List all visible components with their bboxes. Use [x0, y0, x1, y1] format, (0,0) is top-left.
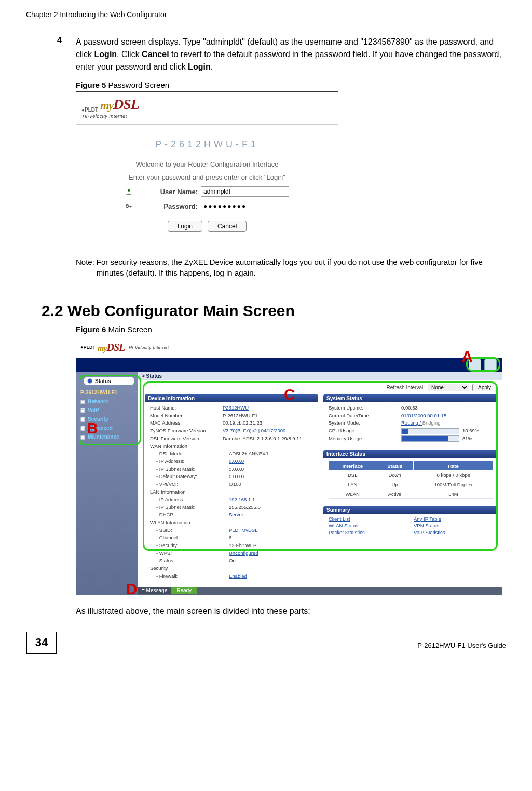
breadcrumb: > Status — [138, 372, 502, 380]
sidebar-item-security[interactable]: ▣Security — [76, 415, 138, 424]
step-text: A password screen displays. Type "adminp… — [76, 36, 506, 73]
device-info-row: - IP Address:0.0.0.0 — [150, 458, 315, 466]
summary-link[interactable]: WLAN Status — [329, 523, 408, 528]
device-info-value: 128-bit WEP — [229, 542, 315, 550]
summary-link[interactable]: Any IP Table — [414, 516, 494, 522]
system-status-row: CPU Usage:10.69% — [329, 427, 494, 435]
device-info-body: Host Name:P2612HWUModel Number:P-2612HWU… — [145, 402, 318, 583]
note-text: For security reasons, the ZyXEL Device a… — [97, 256, 506, 278]
device-info-value[interactable]: P2612HWU — [223, 404, 315, 412]
titlebar-icon-1[interactable] — [469, 359, 481, 371]
summary-link[interactable]: Packet Statistics — [329, 529, 408, 535]
device-info-value[interactable]: Server — [229, 511, 315, 519]
iface-cell: Down — [376, 470, 414, 480]
note-label: Note: — [76, 256, 94, 278]
cancel-button[interactable]: Cancel — [208, 221, 247, 232]
device-info-row: DSL Firmware Version:Danube_ADSL 2.1.3.6… — [150, 435, 315, 443]
iface-cell: 0 kbps / 0 kbps — [413, 470, 493, 480]
mydsl-my: my — [100, 99, 113, 112]
post-figure-text: As illustrated above, the main screen is… — [76, 607, 506, 616]
summary-body: Client ListAny IP TableWLAN StatusVPN St… — [323, 514, 497, 538]
iface-cell: 54M — [413, 489, 493, 498]
globe-icon — [87, 378, 93, 384]
device-info-value: Danube_ADSL 2.1.3.6.0.1 29/8 9:11 — [223, 435, 315, 443]
device-info-label: - WPS: — [150, 550, 229, 557]
message-label: = Message — [138, 587, 171, 594]
summary-header: Summary — [323, 506, 497, 514]
password-input[interactable] — [201, 201, 289, 211]
summary-link[interactable]: VoIP Statistics — [414, 529, 494, 535]
message-bar: = Message Ready — [138, 587, 502, 595]
system-status-body: System Uptime:0:00:53Current Date/Time:0… — [323, 402, 497, 446]
device-info-label: Security — [150, 565, 223, 572]
sidebar-item-advanced[interactable]: ▣Advanced — [76, 424, 138, 432]
step-part-2: . Click — [117, 50, 142, 59]
system-status-row: System Mode:Routing / Bridging — [329, 419, 494, 427]
device-info-row: ZyNOS Firmware Version:V3.70(BLF.0)b2 | … — [150, 427, 315, 435]
device-info-row: Model Number:P-2612HWU-F1 — [150, 412, 315, 420]
refresh-interval-label: Refresh Interval: — [387, 385, 425, 390]
plus-icon: ▣ — [80, 434, 86, 440]
sidebar-item-network[interactable]: ▣Network — [76, 397, 138, 406]
login-model-name: P-2612HWU-F1 — [76, 139, 338, 150]
mydsl-logo-small: myDSL — [98, 342, 125, 353]
refresh-interval-select[interactable]: None — [428, 384, 469, 391]
device-info-row: - IP Subnet Mask:255.255.255.0 — [150, 503, 315, 511]
device-info-value[interactable]: V3.70(BLF.0)b2 | 04/17/2009 — [223, 427, 315, 435]
system-status-row: Memory Usage:81% — [329, 435, 494, 443]
step-cancel-bold: Cancel — [142, 50, 169, 59]
iface-header-cell: Status — [376, 461, 414, 470]
device-info-value: 0.0.0.0 — [229, 473, 315, 481]
system-status-value[interactable]: 01/01/2000 00:01:15 — [401, 412, 494, 420]
running-head: Chapter 2 Introducing the Web Configurat… — [26, 10, 506, 21]
message-value: Ready — [171, 587, 197, 594]
device-info-label: - SSID: — [150, 527, 229, 535]
device-info-value[interactable]: PLDTMyDSL — [229, 527, 315, 535]
titlebar-icon-2[interactable] — [484, 359, 497, 371]
device-info-label: Host Name: — [150, 404, 223, 412]
summary-link[interactable]: Client List — [329, 516, 408, 522]
login-button[interactable]: Login — [168, 221, 202, 232]
table-row: WLANActive54M — [329, 489, 494, 498]
device-info-value: P-2612HWU-F1 — [223, 412, 315, 420]
user-icon — [125, 187, 132, 196]
device-info-value[interactable]: 0.0.0.0 — [229, 458, 315, 466]
interface-status-header: Interface Status — [323, 450, 497, 458]
step-4: 4 A password screen displays. Type "admi… — [57, 36, 506, 73]
system-status-value: 0:00:53 — [401, 404, 494, 412]
device-info-label: ZyNOS Firmware Version: — [150, 427, 223, 435]
figure-6-number: Figure 6 — [76, 325, 106, 334]
svg-point-4 — [88, 379, 92, 384]
page-number: 34 — [26, 632, 57, 654]
apply-button[interactable]: Apply — [472, 384, 497, 391]
device-info-value[interactable]: Enabled — [229, 572, 315, 580]
table-row: DSLDown0 kbps / 0 kbps — [329, 470, 494, 480]
summary-link[interactable]: VPN Status — [414, 523, 494, 528]
sidebar-status-button[interactable]: Status — [84, 377, 134, 385]
device-info-row: - Default Gateway:0.0.0.0 — [150, 473, 315, 481]
plus-icon: ▣ — [80, 399, 86, 404]
security-note: Note: For security reasons, the ZyXEL De… — [76, 256, 506, 278]
device-info-value[interactable]: 192.168.1.1 — [229, 496, 315, 504]
system-status-label: System Uptime: — [329, 404, 401, 412]
svg-point-0 — [128, 189, 130, 192]
nav-label: Security — [88, 416, 108, 422]
device-info-row: WLAN Information — [150, 519, 315, 527]
sidebar-item-maintenance[interactable]: ▣Maintenance — [76, 432, 138, 441]
device-info-value: 00:19:cb:02:31:23 — [223, 419, 315, 427]
device-info-value[interactable]: Unconfigured — [229, 550, 315, 557]
system-status-label: Current Date/Time: — [329, 412, 401, 420]
sidebar-item-voip[interactable]: ▣VoIP — [76, 406, 138, 415]
device-info-row: - Security:128-bit WEP — [150, 542, 315, 550]
plus-icon: ▣ — [80, 407, 86, 413]
system-status-header: System Status — [323, 394, 497, 402]
nav-label: Maintenance — [88, 434, 119, 440]
device-info-row: Host Name:P2612HWU — [150, 404, 315, 412]
username-input[interactable] — [201, 186, 289, 197]
device-info-row: WAN Information — [150, 443, 315, 451]
device-info-label: WAN Information — [150, 443, 223, 451]
figure-5-label: Figure 5 Password Screen — [76, 80, 506, 89]
device-info-row: - SSID:PLDTMyDSL — [150, 527, 315, 535]
system-status-row: Current Date/Time:01/01/2000 00:01:15 — [329, 412, 494, 420]
plus-icon: ▣ — [80, 425, 86, 431]
